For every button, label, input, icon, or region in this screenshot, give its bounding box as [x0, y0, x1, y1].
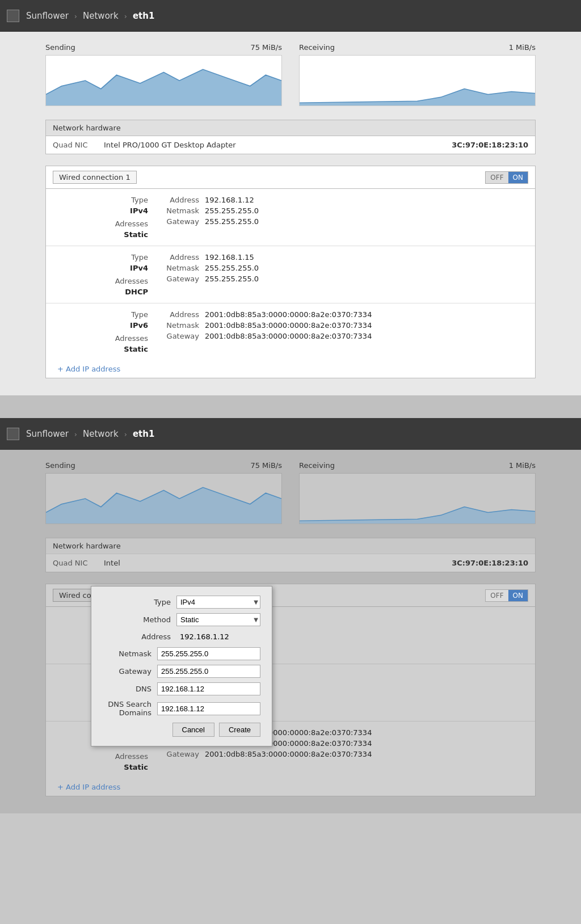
connection-toggle2[interactable]: OFF ON	[485, 589, 528, 602]
dialog-address-row: Address 192.168.1.12	[103, 631, 260, 643]
create-button[interactable]: Create	[219, 723, 260, 737]
dialog-dns-label: DNS	[103, 685, 157, 693]
nic-mac2: 3C:97:0E:18:23:10	[452, 559, 528, 567]
dialog-box: Type IPv4 IPv6 ▼ Method Static D	[91, 586, 272, 746]
connection-header1: Wired connection 1 OFF ON	[46, 166, 535, 189]
network-hardware-box2: Network hardware Quad NIC Intel 3C:97:0E…	[45, 538, 536, 572]
svg-marker-1	[300, 89, 535, 106]
ip-entry-2: Type IPv6 Adresses Static Address 2001:0…	[46, 303, 535, 360]
dialog-netmask-input[interactable]	[157, 647, 260, 660]
receiving-label: Receiving	[299, 43, 335, 52]
type-label-1: Type	[57, 253, 148, 261]
type-label-0: Type	[57, 196, 148, 204]
ip-gateway-1: 255.255.255.0	[205, 275, 259, 283]
app-icon2	[7, 428, 19, 440]
dialog-buttons: Cancel Create	[103, 723, 260, 737]
hardware-row2: Quad NIC Intel 3C:97:0E:18:23:10	[46, 554, 535, 572]
cancel-button[interactable]: Cancel	[172, 723, 214, 737]
dialog-type-select-wrapper[interactable]: IPv4 IPv6 ▼	[176, 596, 260, 609]
receiving-value: 1 MiB/s	[509, 43, 536, 52]
dialog-type-select[interactable]: IPv4 IPv6	[176, 596, 260, 609]
nic-type1: Quad NIC	[53, 141, 104, 149]
receiving-chart-area	[299, 55, 536, 106]
dialog-method-select-wrapper[interactable]: Static DHCP ▼	[176, 613, 260, 626]
network-hardware-header2: Network hardware	[46, 538, 535, 554]
nic-type2: Quad NIC	[53, 559, 104, 567]
dialog-netmask-label: Netmask	[103, 649, 157, 658]
dialog-dns-search-input[interactable]	[157, 702, 260, 715]
add-ip-button1[interactable]: + Add IP address	[46, 360, 535, 378]
hardware-row1: Quad NIC Intel PRO/1000 GT Desktop Adapt…	[46, 136, 535, 154]
nic-name1: Intel PRO/1000 GT Desktop Adapter	[104, 141, 452, 149]
toggle-on1[interactable]: ON	[508, 172, 528, 183]
dialog-type-label: Type	[103, 598, 176, 606]
receiving-label2: Receiving	[299, 461, 335, 470]
addr-label-1: Adresses	[57, 277, 148, 285]
sending-chart-area2	[45, 473, 282, 524]
add-ip-button2[interactable]: + Add IP address	[46, 778, 535, 796]
receiving-value2: 1 MiB/s	[509, 461, 536, 470]
screen-gap	[0, 395, 581, 418]
ip-gateway-2: 2001:0db8:85a3:0000:0000:8a2e:0370:7334	[205, 332, 372, 340]
breadcrumb-sunflower2[interactable]: Sunflower	[20, 427, 74, 441]
screen2: Sunflower › Network › eth1 Sending 75 Mi…	[0, 418, 581, 813]
ip-addr-2: 2001:0db8:85a3:0000:0000:8a2e:0370:7334	[205, 310, 372, 319]
breadcrumb-eth1-1[interactable]: eth1	[127, 9, 160, 23]
addr-value-0: Static	[57, 230, 148, 239]
dialog-method-select[interactable]: Static DHCP	[176, 613, 260, 626]
sending-value: 75 MiB/s	[250, 43, 282, 52]
connection-box1: Wired connection 1 OFF ON Type IPv4 Adre…	[45, 166, 536, 378]
sending-label2: Sending	[45, 461, 75, 470]
network-hardware-header1: Network hardware	[46, 120, 535, 136]
connection-name1[interactable]: Wired connection 1	[53, 171, 137, 184]
type-label-2: Type	[57, 310, 148, 319]
receiving-chart2: Receiving 1 MiB/s	[299, 461, 536, 524]
nic-mac1: 3C:97:0E:18:23:10	[452, 141, 528, 149]
ip-gateway-0: 255.255.255.0	[205, 217, 259, 226]
sending-label: Sending	[45, 43, 75, 52]
dialog-method-row: Method Static DHCP ▼	[103, 613, 260, 626]
ip-netmask-1: 255.255.255.0	[205, 264, 259, 272]
charts-row1: Sending 75 MiB/s Receiving 1 MiB/s	[45, 43, 536, 106]
ip-entry-0: Type IPv4 Adresses Static Address 192.16…	[46, 189, 535, 246]
charts-row2: Sending 75 MiB/s Receiving 1 MiB/s	[45, 461, 536, 524]
addr-value-2: Static	[57, 345, 148, 353]
dialog-gateway-input[interactable]	[157, 665, 260, 678]
breadcrumb-network1[interactable]: Network	[77, 9, 124, 23]
sending-chart: Sending 75 MiB/s	[45, 43, 282, 106]
network-hardware-box1: Network hardware Quad NIC Intel PRO/1000…	[45, 120, 536, 154]
addr-label-0: Adresses	[57, 220, 148, 228]
ip-addr-1: 192.168.1.15	[205, 253, 254, 261]
nic-name2: Intel	[104, 559, 452, 567]
sending-value2: 75 MiB/s	[250, 461, 282, 470]
addr-label-2: Adresses	[57, 334, 148, 343]
dialog-address-value: 192.168.1.12	[176, 631, 260, 643]
main-content2: Sending 75 MiB/s Receiving 1 MiB/s	[0, 450, 581, 813]
dialog-gateway-label: Gateway	[103, 667, 157, 676]
toggle-off2[interactable]: OFF	[486, 590, 508, 601]
svg-marker-2	[46, 487, 281, 524]
main-content1: Sending 75 MiB/s Receiving 1 MiB/s	[0, 32, 581, 395]
toggle-off1[interactable]: OFF	[486, 172, 508, 183]
toggle-on2[interactable]: ON	[508, 590, 528, 601]
dialog-dns-search-row: DNS Search Domains	[103, 700, 260, 717]
type-value-1: IPv4	[57, 264, 148, 272]
breadcrumb-sunflower1[interactable]: Sunflower	[20, 9, 74, 23]
type-value-0: IPv4	[57, 206, 148, 215]
svg-marker-3	[300, 507, 535, 524]
dialog-dns-input[interactable]	[157, 682, 260, 695]
connection-toggle1[interactable]: OFF ON	[485, 171, 528, 184]
type-value-2: IPv6	[57, 321, 148, 330]
dialog-netmask-row: Netmask	[103, 647, 260, 660]
app-icon	[7, 10, 19, 22]
dialog-overlay: Type IPv4 IPv6 ▼ Method Static D	[91, 586, 272, 746]
dialog-gateway-row: Gateway	[103, 665, 260, 678]
dialog-dns-row: DNS	[103, 682, 260, 695]
breadcrumb-network2[interactable]: Network	[77, 427, 124, 441]
ip-netmask-0: 255.255.255.0	[205, 206, 259, 215]
ip-netmask-2: 2001:0db8:85a3:0000:0000:8a2e:0370:7334	[205, 321, 372, 330]
receiving-chart: Receiving 1 MiB/s	[299, 43, 536, 106]
ip-entry-1: Type IPv4 Adresses DHCP Address 192.168.…	[46, 246, 535, 303]
breadcrumb-eth1-2[interactable]: eth1	[127, 427, 160, 441]
sending-chart-area	[45, 55, 282, 106]
